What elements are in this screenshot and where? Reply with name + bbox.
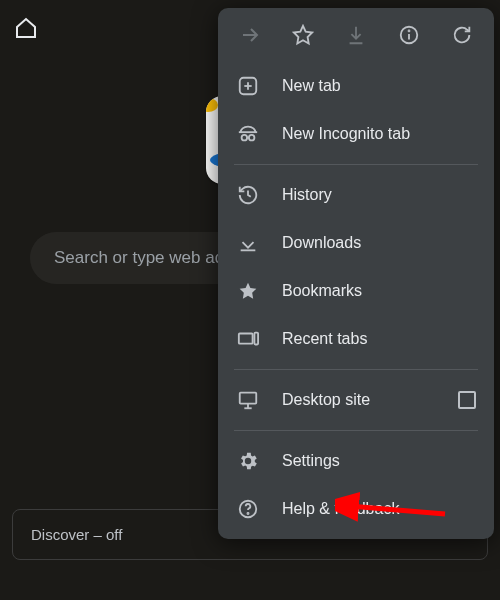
incognito-icon — [236, 122, 260, 146]
menu-item-label: Settings — [282, 452, 340, 470]
reload-button[interactable] — [442, 15, 482, 55]
info-icon — [398, 24, 420, 46]
page-info-button[interactable] — [389, 15, 429, 55]
menu-item-label: Help & feedback — [282, 500, 399, 518]
gear-icon — [236, 449, 260, 473]
menu-item-label: New Incognito tab — [282, 125, 410, 143]
menu-item-new-tab[interactable]: New tab — [218, 62, 494, 110]
menu-item-downloads[interactable]: Downloads — [218, 219, 494, 267]
menu-item-bookmarks[interactable]: Bookmarks — [218, 267, 494, 315]
menu-divider — [234, 430, 478, 431]
svg-point-7 — [242, 135, 248, 141]
svg-point-17 — [247, 513, 248, 514]
help-icon — [236, 497, 260, 521]
bookmark-button[interactable] — [283, 15, 323, 55]
menu-item-label: Bookmarks — [282, 282, 362, 300]
plus-square-icon — [236, 74, 260, 98]
star-icon — [292, 24, 314, 46]
desktop-site-checkbox[interactable] — [458, 391, 476, 409]
discover-label: Discover – off — [31, 526, 122, 543]
overflow-menu: New tab New Incognito tab History Downlo… — [218, 8, 494, 539]
recent-tabs-icon — [236, 327, 260, 351]
menu-item-settings[interactable]: Settings — [218, 437, 494, 485]
menu-item-label: Recent tabs — [282, 330, 367, 348]
menu-item-label: History — [282, 186, 332, 204]
downloads-icon — [236, 231, 260, 255]
menu-toolbar — [218, 8, 494, 62]
svg-rect-11 — [239, 334, 253, 344]
svg-rect-13 — [240, 393, 257, 404]
svg-point-2 — [408, 30, 409, 31]
arrow-forward-icon — [238, 23, 262, 47]
svg-rect-12 — [254, 333, 258, 345]
download-page-button[interactable] — [336, 15, 376, 55]
forward-button[interactable] — [230, 15, 270, 55]
menu-item-history[interactable]: History — [218, 171, 494, 219]
refresh-icon — [451, 24, 473, 46]
menu-item-help[interactable]: Help & feedback — [218, 485, 494, 533]
bookmarks-icon — [236, 279, 260, 303]
menu-item-label: Downloads — [282, 234, 361, 252]
menu-item-label: New tab — [282, 77, 341, 95]
menu-item-recent-tabs[interactable]: Recent tabs — [218, 315, 494, 363]
menu-item-incognito[interactable]: New Incognito tab — [218, 110, 494, 158]
download-icon — [345, 24, 367, 46]
history-icon — [236, 183, 260, 207]
menu-divider — [234, 369, 478, 370]
menu-item-label: Desktop site — [282, 391, 370, 409]
menu-divider — [234, 164, 478, 165]
desktop-icon — [236, 388, 260, 412]
home-button[interactable] — [14, 16, 38, 40]
svg-point-8 — [249, 135, 255, 141]
menu-item-desktop-site[interactable]: Desktop site — [218, 376, 494, 424]
